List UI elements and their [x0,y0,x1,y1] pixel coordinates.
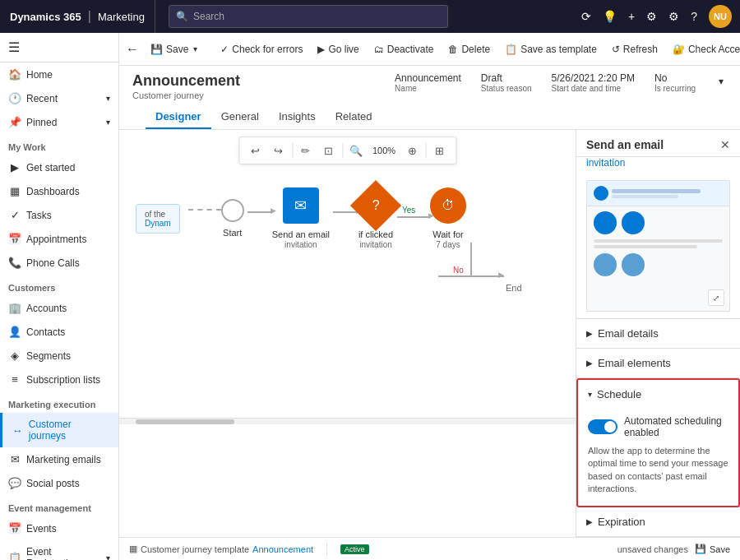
fit-button[interactable]: ⊞ [429,141,449,160]
tabs-bar: Designer General Insights Related [132,105,727,129]
sidebar-item-customerjourneys[interactable]: ↔ Customer journeys [0,413,118,447]
sidebar-item-label: Social posts [26,478,80,489]
journey-flow: of the Dynam Start [136,187,559,249]
undo-button[interactable]: ↩ [246,141,266,160]
sidebar-item-tasks[interactable]: ✓ Tasks [0,203,118,227]
canvas-scrollbar[interactable] [119,418,576,424]
save-button[interactable]: 💾 Save ▾ [144,40,204,58]
hamburger-icon[interactable]: ☰ [8,40,20,54]
record-expand-chevron[interactable]: ▾ [715,72,727,93]
template-label: Customer journey template [141,544,249,554]
check-access-button[interactable]: 🔐 Check Access [666,40,740,58]
sidebar-item-appointments[interactable]: 📅 Appointments [0,227,118,251]
sidebar-item-eventregistrations[interactable]: 📋 Event Registrations ▾ [0,540,118,560]
sidebar-item-accounts[interactable]: 🏢 Accounts [0,296,118,320]
sidebar-item-label: Get started [26,162,75,174]
template-link[interactable]: Announcement [252,544,313,554]
delete-label: Delete [461,44,490,55]
save-dropdown-icon[interactable]: ▾ [193,44,197,53]
unsaved-changes-label: unsaved changes [617,544,688,554]
scheduling-toggle[interactable] [588,419,617,434]
sidebar-item-label: Contacts [26,326,65,338]
preview-line2 [612,195,678,198]
refresh-icon[interactable]: ⟳ [581,10,591,23]
sidebar-item-home[interactable]: 🏠 Home [0,62,118,86]
expand-button[interactable]: ⤢ [708,289,724,306]
view-button[interactable]: ⊡ [319,141,339,160]
search-placeholder: Search [193,11,224,22]
sidebar-item-segments[interactable]: ◈ Segments [0,344,118,368]
sidebar-item-marketingemails[interactable]: ✉ Marketing emails [0,447,118,471]
sidebar-item-getstarted[interactable]: ▶ Get started [0,155,118,179]
help-icon[interactable]: ? [691,10,697,23]
lightbulb-icon[interactable]: 💡 [603,10,617,23]
tab-general[interactable]: General [211,105,269,129]
delete-icon: 🗑 [448,44,458,55]
tab-related[interactable]: Related [326,105,382,129]
check-errors-label: Check for errors [232,44,303,55]
diamond-node[interactable]: ? if clicked invitation [358,187,394,249]
wait-node[interactable]: ⏱ Wait for 7 days [430,187,466,249]
email-node[interactable]: ✉ Send an email invitation [272,187,330,249]
tab-insights[interactable]: Insights [269,105,326,129]
zoom-out-button[interactable]: 🔍 [346,141,366,160]
sidebar-item-pinned[interactable]: 📌 Pinned ▾ [0,110,118,134]
sidebar-item-contacts[interactable]: 👤 Contacts [0,320,118,344]
check-access-label: Check Access [688,44,740,55]
footer-save-button[interactable]: 💾 Save [695,544,730,554]
sidebar-item-events[interactable]: 📅 Events [0,516,118,540]
edit-button[interactable]: ✏ [296,141,316,160]
no-line-v [470,243,472,275]
check-errors-button[interactable]: ✓ Check for errors [214,40,309,58]
sidebar-item-recent[interactable]: 🕐 Recent ▾ [0,86,118,110]
chevron-right-icon2: ▶ [586,359,593,368]
email-elements-section: ▶ Email elements [576,349,740,378]
save-as-template-button[interactable]: 📋 Save as template [498,40,604,58]
section-title-customers: Customers [0,275,118,296]
field-label-startdate: Start date and time [552,84,635,93]
search-input[interactable]: 🔍 Search [169,5,448,28]
sidebar-item-dashboards[interactable]: ▦ Dashboards [0,179,118,203]
settings-icon[interactable]: ⚙ [668,10,679,23]
save-icon: 💾 [150,44,163,55]
schedule-content: Automated scheduling enabled Allow the a… [578,409,738,506]
canvas-scroll-thumb[interactable] [136,419,234,424]
user-avatar[interactable]: NU [709,5,732,28]
connector-2: ▶ [333,211,358,213]
event-icon: 📅 [8,522,21,535]
footer-save-icon: 💾 [695,544,706,554]
panel-close-button[interactable]: ✕ [720,138,730,151]
app-layout: ☰ 🏠 Home 🕐 Recent ▾ 📌 Pinned ▾ My Work ▶… [0,33,740,560]
filter-icon[interactable]: ⚙ [646,10,657,23]
task-icon: ✓ [8,209,21,221]
canvas-container[interactable]: ↩ ↪ ✏ ⊡ 🔍 100% ⊕ ⊞ [119,130,576,537]
tab-designer[interactable]: Designer [146,105,211,129]
field-value-recurring: No [654,72,696,84]
chevron-down-icon: ▾ [106,553,110,561]
redo-button[interactable]: ↪ [269,141,289,160]
delete-button[interactable]: 🗑 Delete [442,40,497,58]
add-icon[interactable]: + [628,10,635,23]
sidebar-item-socialposts[interactable]: 💬 Social posts [0,471,118,495]
zoom-in-button[interactable]: ⊕ [402,141,422,160]
home-icon: 🏠 [8,68,21,81]
preview-header-row [594,186,723,201]
deactivate-button[interactable]: 🗂 Deactivate [368,40,441,58]
go-live-button[interactable]: ▶ Go live [311,40,365,58]
access-icon: 🔐 [673,44,685,55]
email-elements-header[interactable]: ▶ Email elements [576,349,740,377]
segment-node[interactable]: of the Dynam [136,204,188,234]
expiration-header[interactable]: ▶ Expiration [576,507,740,536]
sidebar-item-subscriptionlists[interactable]: ≡ Subscription lists [0,368,118,391]
section-title-mywork: My Work [0,134,118,155]
email-details-header[interactable]: ▶ Email details [576,319,740,348]
chevron-right-icon: ▶ [586,329,593,338]
check-icon: ✓ [220,44,229,55]
refresh-button[interactable]: ↺ Refresh [605,40,664,58]
schedule-header[interactable]: ▾ Schedule [578,380,738,409]
sidebar-item-phonecalls[interactable]: 📞 Phone Calls [0,251,118,275]
command-bar: ← 💾 Save ▾ ✓ Check for errors ▶ Go live … [119,33,740,66]
sidebar-item-label: Accounts [26,303,67,314]
back-button[interactable]: ← [126,42,139,57]
preview-line3 [594,239,723,243]
